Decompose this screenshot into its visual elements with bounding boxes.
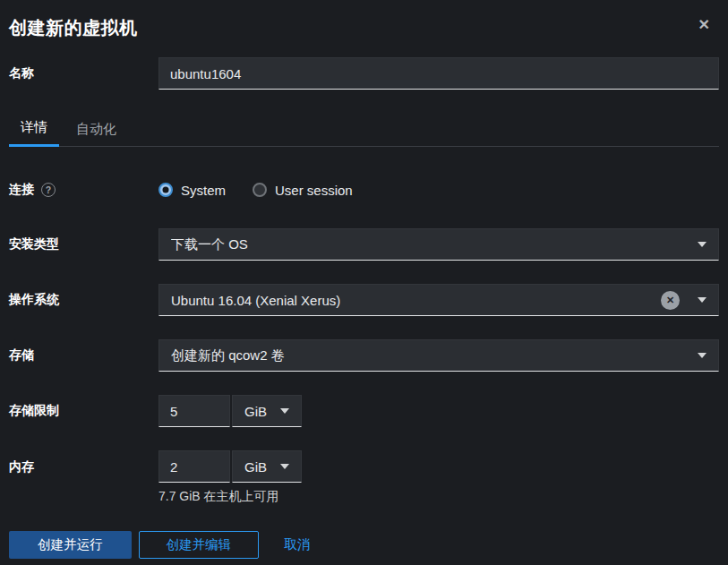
create-and-run-button[interactable]: 创建并运行 [9, 531, 132, 559]
radio-system[interactable]: System [158, 183, 226, 198]
memory-unit-select[interactable]: GiB [232, 450, 302, 483]
operating-system-select[interactable]: Ubuntu 16.04 (Xenial Xerus) ✕ [158, 284, 719, 316]
radio-unselected-icon[interactable] [253, 183, 267, 197]
storage-limit-unit-value: GiB [244, 404, 280, 419]
chevron-down-icon [280, 408, 289, 414]
connection-label: 连接 [9, 182, 34, 198]
details-tab-panel: 连接 ? System User session 安装类型 下载一个 OS [9, 181, 719, 505]
radio-selected-icon[interactable] [158, 183, 173, 197]
radio-system-label: System [181, 183, 226, 198]
operating-system-row: 操作系统 Ubuntu 16.04 (Xenial Xerus) ✕ [9, 284, 719, 316]
name-row: 名称 [9, 57, 719, 90]
radio-user-session[interactable]: User session [253, 183, 353, 198]
storage-label: 存储 [9, 347, 158, 364]
vm-name-input[interactable] [158, 57, 719, 90]
storage-value: 创建新的 qcow2 卷 [171, 347, 698, 364]
memory-label: 内存 [9, 459, 158, 475]
radio-user-session-label: User session [275, 183, 353, 198]
memory-input[interactable] [158, 450, 230, 483]
clear-selection-icon[interactable]: ✕ [661, 291, 680, 310]
help-icon[interactable]: ? [41, 183, 56, 197]
memory-unit-value: GiB [244, 459, 280, 475]
memory-helper-text: 7.7 GiB 在主机上可用 [158, 489, 719, 505]
chevron-down-icon [698, 242, 707, 247]
tab-automation[interactable]: 自动化 [64, 114, 128, 147]
storage-limit-row: 存储限制 GiB [9, 395, 719, 427]
storage-limit-input[interactable] [158, 395, 230, 427]
chevron-down-icon [698, 353, 707, 358]
name-label: 名称 [9, 65, 158, 81]
dialog-footer: 创建并运行 创建并编辑 取消 [9, 531, 719, 559]
dialog-title: 创建新的虚拟机 [9, 16, 719, 40]
storage-select[interactable]: 创建新的 qcow2 卷 [158, 339, 719, 372]
dialog-tabs: 详情 自动化 [9, 114, 719, 147]
connection-row: 连接 ? System User session [9, 181, 719, 199]
close-icon[interactable]: ✕ [695, 16, 714, 34]
installation-type-value: 下载一个 OS [171, 236, 698, 253]
cancel-button[interactable]: 取消 [284, 536, 311, 553]
chevron-down-icon [698, 297, 707, 303]
connection-radio-group: System User session [158, 183, 719, 198]
storage-limit-unit-select[interactable]: GiB [232, 395, 302, 427]
memory-row: 内存 GiB 7.7 GiB 在主机上可用 [9, 450, 719, 505]
installation-type-label: 安装类型 [9, 236, 158, 253]
operating-system-value: Ubuntu 16.04 (Xenial Xerus) [171, 293, 661, 308]
create-vm-dialog: 创建新的虚拟机 ✕ 名称 详情 自动化 连接 ? System User ses [0, 0, 728, 565]
tab-details[interactable]: 详情 [9, 114, 59, 147]
installation-type-row: 安装类型 下载一个 OS [9, 228, 719, 261]
storage-row: 存储 创建新的 qcow2 卷 [9, 339, 719, 372]
create-and-edit-button[interactable]: 创建并编辑 [139, 531, 260, 559]
operating-system-label: 操作系统 [9, 292, 158, 308]
installation-type-select[interactable]: 下载一个 OS [158, 228, 719, 261]
storage-limit-label: 存储限制 [9, 403, 158, 419]
chevron-down-icon [280, 464, 289, 469]
